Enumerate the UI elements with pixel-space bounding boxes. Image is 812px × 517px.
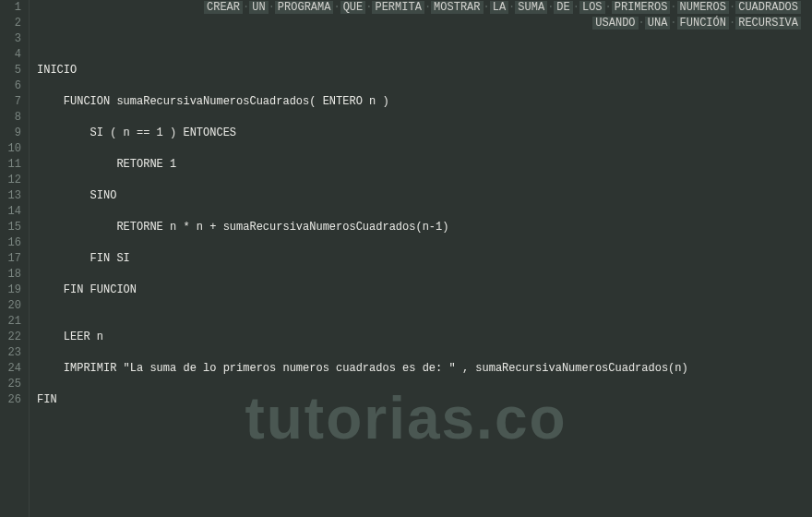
code-line[interactable]: USANDO·UNA·FUNCIÓN·RECURSIVA: [37, 16, 812, 31]
line-number: 6: [0, 78, 21, 94]
header-word: SUMA: [515, 1, 547, 14]
code-line[interactable]: CREAR·UN·PROGRAMA·QUE·PERMITA·MOSTRAR·LA…: [37, 0, 812, 16]
code-line[interactable]: [37, 141, 812, 157]
header-word: PROGRAMA: [275, 1, 334, 14]
line-number: 12: [0, 173, 21, 188]
code-line[interactable]: FIN: [37, 392, 812, 408]
code-line[interactable]: [37, 377, 812, 392]
line-number: 20: [0, 298, 21, 314]
header-word: CUADRADOS: [735, 1, 801, 14]
line-number: 5: [0, 63, 21, 78]
header-word: LA: [490, 1, 508, 14]
line-number: 18: [0, 267, 21, 283]
header-word: DE: [554, 1, 572, 14]
code-line[interactable]: [37, 235, 812, 251]
header-word: PRIMEROS: [612, 1, 671, 14]
line-number: 19: [0, 283, 21, 298]
line-number: 26: [0, 392, 21, 408]
code-line[interactable]: [37, 78, 812, 94]
line-number: 2: [0, 16, 21, 31]
code-line[interactable]: [37, 314, 812, 330]
line-number: 8: [0, 110, 21, 126]
line-number: 11: [0, 157, 21, 173]
line-number: 17: [0, 251, 21, 267]
code-line[interactable]: IMPRIMIR "La suma de lo primeros numeros…: [37, 361, 812, 377]
line-number: 13: [0, 188, 21, 204]
line-number: 22: [0, 330, 21, 345]
code-line[interactable]: [37, 47, 812, 63]
code-line[interactable]: FIN SI: [37, 251, 812, 267]
code-line[interactable]: SINO: [37, 188, 812, 204]
code-line[interactable]: [37, 31, 812, 47]
line-number: 14: [0, 204, 21, 220]
header-word: MOSTRAR: [431, 1, 483, 14]
code-line[interactable]: SI ( n == 1 ) ENTONCES: [37, 126, 812, 141]
line-number: 23: [0, 345, 21, 361]
code-content-area[interactable]: CREAR·UN·PROGRAMA·QUE·PERMITA·MOSTRAR·LA…: [30, 0, 812, 517]
code-line[interactable]: LEER n: [37, 330, 812, 345]
code-line[interactable]: [37, 345, 812, 361]
line-number: 4: [0, 47, 21, 63]
line-number: 9: [0, 126, 21, 141]
code-line[interactable]: [37, 204, 812, 220]
header-word: UN: [249, 1, 268, 14]
code-line[interactable]: [37, 173, 812, 188]
header-word: UNA: [645, 17, 671, 30]
header-word: PERMITA: [372, 1, 424, 14]
code-line[interactable]: FIN FUNCION: [37, 283, 812, 298]
code-line[interactable]: RETORNE n * n + sumaRecursivaNumerosCuad…: [37, 220, 812, 235]
code-line[interactable]: [37, 267, 812, 283]
header-comment: USANDO·UNA·FUNCIÓN·RECURSIVA: [37, 16, 812, 31]
header-comment: CREAR·UN·PROGRAMA·QUE·PERMITA·MOSTRAR·LA…: [37, 0, 812, 16]
line-number: 21: [0, 314, 21, 330]
header-word: FUNCIÓN: [677, 17, 729, 30]
line-number: 3: [0, 31, 21, 47]
header-word: USANDO: [592, 17, 638, 30]
code-line[interactable]: [37, 110, 812, 126]
line-number: 25: [0, 377, 21, 392]
line-number: 15: [0, 220, 21, 235]
line-number: 7: [0, 94, 21, 110]
header-word: CREAR: [204, 1, 243, 14]
code-line[interactable]: FUNCION sumaRecursivaNumerosCuadrados( E…: [37, 94, 812, 110]
header-word: LOS: [579, 1, 605, 14]
line-number: 1: [0, 0, 21, 16]
line-number: 24: [0, 361, 21, 377]
code-line[interactable]: [37, 298, 812, 314]
header-word: NUMEROS: [677, 1, 729, 14]
line-number: 10: [0, 141, 21, 157]
line-number-gutter: 1234567891011121314151617181920212223242…: [0, 0, 30, 517]
header-word: RECURSIVA: [735, 17, 801, 30]
line-number: 16: [0, 235, 21, 251]
code-editor[interactable]: 1234567891011121314151617181920212223242…: [0, 0, 812, 517]
header-word: QUE: [340, 1, 366, 14]
code-line[interactable]: INICIO: [37, 63, 812, 78]
code-line[interactable]: RETORNE 1: [37, 157, 812, 173]
